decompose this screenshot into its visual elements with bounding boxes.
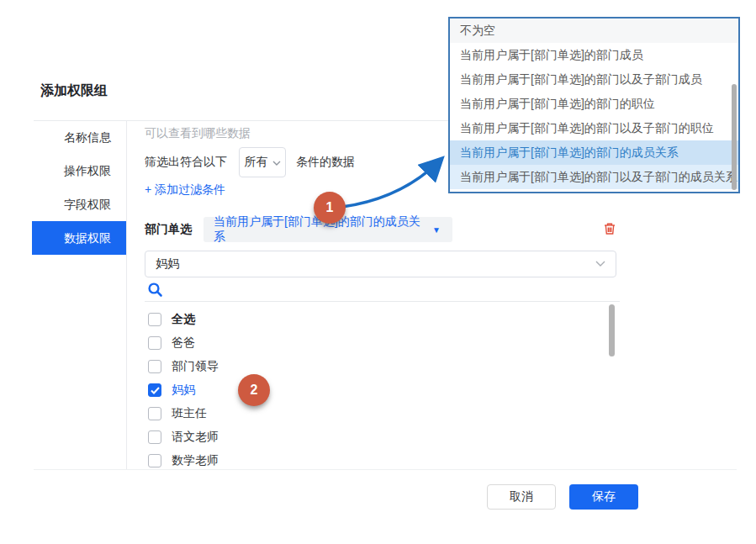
sidebar-divider (126, 120, 127, 469)
option-math-teacher[interactable]: 数学老师 (145, 449, 620, 473)
checkbox-icon[interactable] (148, 360, 161, 373)
condition-dropdown-overlay: 不为空 当前用户属于[部门单选]的部门成员 当前用户属于[部门单选]的部门以及子… (448, 17, 740, 193)
chevron-down-icon (595, 261, 605, 267)
sidebar-item-field-permission[interactable]: 字段权限 (32, 187, 126, 221)
checkbox-icon[interactable] (148, 313, 161, 326)
chevron-down-icon (272, 161, 281, 166)
sidebar-item-operation-permission[interactable]: 操作权限 (32, 154, 126, 187)
dropdown-scrollbar[interactable] (732, 84, 737, 190)
add-permission-group-dialog: 添加权限组 名称信息 操作权限 字段权限 数据权限 可以查看到哪些数据 筛选出符… (0, 0, 756, 544)
search-bar[interactable] (145, 279, 620, 302)
condition-row: 部门单选 当前用户属于[部门单选]的部门的成员关系 ▼ (145, 217, 452, 242)
option-chinese-teacher[interactable]: 语文老师 (145, 425, 620, 449)
annotation-step-1: 1 (314, 192, 346, 224)
save-button[interactable]: 保存 (569, 484, 638, 510)
filter-prefix-label: 筛选出符合以下 (145, 155, 227, 170)
trash-icon[interactable] (602, 221, 617, 236)
option-mama[interactable]: 妈妈 (145, 378, 620, 402)
checkbox-checked-icon[interactable] (148, 383, 161, 397)
filter-suffix-label: 条件的数据 (296, 155, 355, 170)
annotation-step-2: 2 (238, 374, 270, 406)
dropdown-option-dept-sub-position[interactable]: 当前用户属于[部门单选]的部门以及子部门的职位 (450, 116, 738, 140)
dropdown-option-not-empty[interactable]: 不为空 (450, 18, 738, 43)
selected-member-value: 妈妈 (156, 256, 595, 272)
caret-down-icon: ▼ (432, 225, 441, 235)
page-title: 添加权限组 (40, 82, 108, 100)
filter-logic-select[interactable]: 所有 (239, 147, 286, 177)
list-scrollbar[interactable] (609, 304, 615, 357)
checkbox-icon[interactable] (148, 454, 161, 467)
sidebar-item-name-info[interactable]: 名称信息 (32, 120, 126, 154)
cancel-button[interactable]: 取消 (487, 484, 556, 510)
option-department-leader[interactable]: 部门领导 (145, 355, 620, 378)
member-checkbox-list: 全选 爸爸 部门领导 妈妈 班主任 语文老师 (145, 302, 620, 473)
checkbox-icon[interactable] (148, 430, 161, 444)
option-baba[interactable]: 爸爸 (145, 331, 620, 355)
dropdown-option-dept-member-relation[interactable]: 当前用户属于[部门单选]的部门的成员关系 (450, 140, 738, 165)
field-label: 部门单选 (145, 222, 192, 237)
filter-row: 筛选出符合以下 所有 条件的数据 (145, 147, 355, 177)
dropdown-option-dept-member[interactable]: 当前用户属于[部门单选]的部门成员 (450, 43, 738, 67)
option-class-teacher[interactable]: 班主任 (145, 402, 620, 425)
dropdown-option-dept-sub-member[interactable]: 当前用户属于[部门单选]的部门以及子部门成员 (450, 67, 738, 92)
dropdown-option-dept-sub-member-relation[interactable]: 当前用户属于[部门单选]的部门以及子部门的成员关系 (450, 165, 738, 189)
sidebar: 名称信息 操作权限 字段权限 数据权限 (32, 120, 126, 255)
checkbox-icon[interactable] (148, 336, 161, 350)
search-icon (147, 282, 163, 298)
add-filter-condition-link[interactable]: + 添加过滤条件 (145, 182, 225, 198)
filter-logic-value: 所有 (245, 155, 268, 170)
data-scope-hint: 可以查看到哪些数据 (145, 126, 251, 141)
department-member-select[interactable]: 妈妈 (145, 251, 616, 277)
sidebar-item-data-permission[interactable]: 数据权限 (32, 221, 126, 255)
member-options-panel: 全选 爸爸 部门领导 妈妈 班主任 语文老师 (145, 279, 620, 469)
option-select-all[interactable]: 全选 (145, 308, 620, 331)
checkbox-icon[interactable] (148, 407, 161, 420)
dropdown-option-dept-position[interactable]: 当前用户属于[部门单选]的部门的职位 (450, 92, 738, 116)
